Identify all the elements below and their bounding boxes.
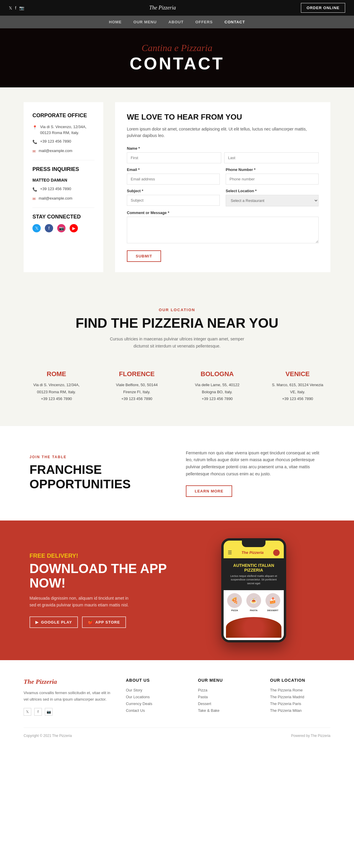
footer-brand-name: The Pizzeria xyxy=(24,678,114,686)
footer-location-paris[interactable]: The Pizzeria Paris xyxy=(270,702,330,706)
locations-label: OUR LOCATION xyxy=(18,308,336,312)
footer-about-contact[interactable]: Contact Us xyxy=(126,708,186,713)
footer-social: 𝕏 f 📷 xyxy=(24,708,114,716)
corporate-title: CORPORATE OFFICE xyxy=(32,113,94,119)
last-name-input[interactable] xyxy=(224,152,319,163)
footer-about-story[interactable]: Our Story xyxy=(126,688,186,692)
facebook-social-icon[interactable]: f xyxy=(45,224,53,232)
nav-offers[interactable]: OFFERS xyxy=(195,20,213,24)
contact-form-panel: WE LOVE TO HEAR FROM YOU Lorem ipsum dol… xyxy=(115,102,330,272)
footer-locations-title: OUR LOCATION xyxy=(270,678,330,683)
message-textarea[interactable] xyxy=(127,217,319,243)
play-icon: ▶ xyxy=(35,620,39,624)
press-title: PRESS INQUIRIES xyxy=(32,166,94,173)
phone-group: Phone Number * xyxy=(226,167,319,185)
franchise-section: JOIN THE TABLE FRANCHISEOPPORTUNITIES Fe… xyxy=(0,426,354,521)
footer-about-deals[interactable]: Currency Deals xyxy=(126,702,186,706)
phone-banner-title: AUTHENTIC ITALIAN PIZZERIA xyxy=(228,563,280,572)
footer-brand-desc: Vivamus convallis fermen sollicitudin et… xyxy=(24,690,114,703)
footer-location-rome[interactable]: The Pizzeria Rome xyxy=(270,688,330,692)
phone-header: ☰ The Pizzeria xyxy=(224,547,284,558)
app-store-label: APP STORE xyxy=(95,620,120,624)
footer-location-milan[interactable]: The Pizzeria Milan xyxy=(270,708,330,713)
order-online-button[interactable]: ORDER ONLINE xyxy=(301,3,345,13)
app-store-button[interactable]: 🍎 APP STORE xyxy=(82,616,126,628)
nav-our-menu[interactable]: OUR MENU xyxy=(133,20,157,24)
corporate-address-line: 📍 Via di S. Vincenzo, 12/34A, 00123 Roma… xyxy=(32,124,94,135)
location-select[interactable]: Select a Restaurant xyxy=(226,195,319,206)
footer-menu-title: OUR MENU xyxy=(198,678,258,683)
city-name-florence: FLORENCE xyxy=(101,370,173,378)
press-phone-line: 📞 +39 123 456 7890 xyxy=(32,186,94,192)
name-group: Name * xyxy=(127,146,319,163)
footer-top: The Pizzeria Vivamus convallis fermen so… xyxy=(24,678,330,716)
phone-footer xyxy=(224,615,284,640)
email-group: Email * xyxy=(127,167,220,185)
phone-item-dessert: 🍰 DESSERT xyxy=(265,593,280,612)
location-label: Select Location * xyxy=(226,189,319,193)
google-play-label: GOOGLE PLAY xyxy=(41,620,72,624)
franchise-title: FRANCHISEOPPORTUNITIES xyxy=(30,463,168,491)
locations-grid: ROME Via di S. Vincenzo, 12/34A,00123 Ro… xyxy=(18,364,336,408)
footer-facebook-icon[interactable]: f xyxy=(34,708,42,716)
press-phone-icon: 📞 xyxy=(32,187,37,192)
footer-menu-dessert[interactable]: Dessert xyxy=(198,702,258,706)
phone-icon: 📞 xyxy=(32,139,37,145)
nav-contact[interactable]: CONTACT xyxy=(225,20,245,24)
footer-instagram-icon[interactable]: 📷 xyxy=(45,708,53,716)
footer-locations-col: OUR LOCATION The Pizzeria Rome The Pizze… xyxy=(270,678,330,716)
message-group: Comment or Message * xyxy=(127,211,319,243)
franchise-desc: Fermentum non quis vitae viverra ipsum e… xyxy=(186,450,324,478)
phone-item-pizza: 🍕 PIZZA xyxy=(227,593,242,612)
subject-input[interactable] xyxy=(127,195,220,206)
phone-mockup: ☰ The Pizzeria AUTHENTIC ITALIAN PIZZERI… xyxy=(221,538,286,643)
google-play-button[interactable]: ▶ GOOGLE PLAY xyxy=(30,616,78,628)
footer-menu-pizza[interactable]: Pizza xyxy=(198,688,258,692)
site-title: The Pizzeria xyxy=(149,5,176,11)
corporate-address: Via di S. Vincenzo, 12/34A, 00123 Roma R… xyxy=(40,124,94,135)
footer-menu-pasta[interactable]: Pasta xyxy=(198,695,258,699)
nav-about[interactable]: ABOUT xyxy=(168,20,184,24)
location-florence: FLORENCE Viale Belfiore, 50, 50144Firenz… xyxy=(98,364,176,408)
corporate-email: mail@example.com xyxy=(39,148,72,154)
social-links: 𝕏 f 📷 ▶ xyxy=(32,224,94,232)
locations-section: OUR LOCATION FIND THE PIZZERIA NEAR YOU … xyxy=(0,287,354,426)
email-input[interactable] xyxy=(127,174,220,185)
app-desc: Malesuada dignissim non, aliquam id tinc… xyxy=(30,595,130,608)
submit-button[interactable]: SUBMIT xyxy=(127,250,161,262)
learn-more-button[interactable]: LEARN MORE xyxy=(186,485,232,497)
youtube-social-icon[interactable]: ▶ xyxy=(70,224,78,232)
location-group: Select Location * Select a Restaurant xyxy=(226,189,319,206)
first-name-input[interactable] xyxy=(127,152,221,163)
pizza-label: PIZZA xyxy=(227,609,242,612)
corporate-phone: +39 123 456 7890 xyxy=(40,138,71,144)
footer-location-madrid[interactable]: The Pizzeria Madrid xyxy=(270,695,330,699)
footer-twitter-icon[interactable]: 𝕏 xyxy=(24,708,31,716)
footer-about-col: ABOUT US Our Story Our Locations Currenc… xyxy=(126,678,186,716)
subject-group: Subject * xyxy=(127,189,220,206)
message-row: Comment or Message * xyxy=(127,211,319,243)
twitter-icon[interactable]: 𝕏 xyxy=(9,6,12,10)
footer-about-locations[interactable]: Our Locations xyxy=(126,695,186,699)
location-bologna: BOLOGNA Via delle Lame, 55, 40122Bologna… xyxy=(179,364,256,408)
corporate-email-line: ✉ mail@example.com xyxy=(32,148,94,154)
franchise-label: JOIN THE TABLE xyxy=(30,455,168,459)
twitter-social-icon[interactable]: 𝕏 xyxy=(32,224,41,232)
message-label: Comment or Message * xyxy=(127,211,319,215)
footer-menu-takebake[interactable]: Take & Bake xyxy=(198,708,258,713)
franchise-left: JOIN THE TABLE FRANCHISEOPPORTUNITIES xyxy=(30,455,168,491)
apple-icon: 🍎 xyxy=(88,620,93,624)
nav-home[interactable]: HOME xyxy=(109,20,122,24)
email-phone-row: Email * Phone Number * xyxy=(127,167,319,185)
pasta-label: PASTA xyxy=(246,609,261,612)
instagram-icon[interactable]: 📷 xyxy=(19,6,24,10)
instagram-social-icon[interactable]: 📷 xyxy=(57,224,65,232)
corporate-phone-line: 📞 +39 123 456 7890 xyxy=(32,138,94,145)
name-row: Name * xyxy=(127,146,319,163)
top-social-icons[interactable]: 𝕏 f 📷 xyxy=(9,6,24,10)
phone-input[interactable] xyxy=(226,174,319,185)
phone-item-pasta: 🍝 PASTA xyxy=(246,593,261,612)
email-icon: ✉ xyxy=(32,149,36,154)
hamburger-icon: ☰ xyxy=(228,550,232,555)
facebook-icon[interactable]: f xyxy=(15,6,16,10)
